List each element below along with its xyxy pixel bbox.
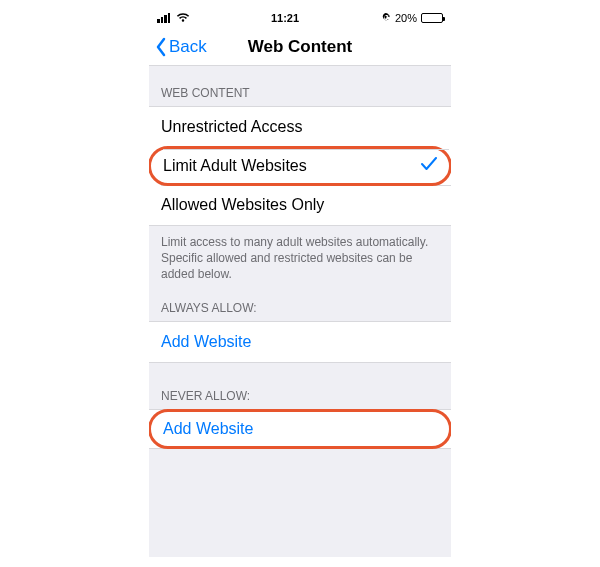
option-limit-adult-websites[interactable]: Limit Adult Websites <box>149 146 451 186</box>
section-footer: Limit access to many adult websites auto… <box>149 226 451 291</box>
option-allowed-websites-only[interactable]: Allowed Websites Only <box>149 185 451 225</box>
add-website-label: Add Website <box>163 420 253 438</box>
svg-rect-0 <box>385 15 387 18</box>
always-allow-list: Add Website <box>149 321 451 363</box>
battery-icon <box>421 13 443 23</box>
status-right: 20% <box>380 12 443 25</box>
add-website-never-allow[interactable]: Add Website <box>149 409 451 449</box>
section-header-never-allow: NEVER ALLOW: <box>149 379 451 409</box>
never-allow-list: Add Website <box>149 409 451 449</box>
status-left <box>157 13 190 23</box>
option-label: Limit Adult Websites <box>163 157 307 175</box>
add-website-always-allow[interactable]: Add Website <box>149 322 451 362</box>
page-title: Web Content <box>149 37 451 57</box>
web-content-options: Unrestricted Access Limit Adult Websites… <box>149 106 451 226</box>
empty-area <box>149 449 451 557</box>
cellular-signal-icon <box>157 13 170 23</box>
section-header-web-content: WEB CONTENT <box>149 66 451 106</box>
option-label: Unrestricted Access <box>161 118 302 136</box>
orientation-lock-icon <box>380 12 391 25</box>
wifi-icon <box>176 13 190 23</box>
add-website-label: Add Website <box>161 333 251 351</box>
status-time: 11:21 <box>271 12 299 24</box>
battery-percentage: 20% <box>395 12 417 24</box>
checkmark-icon <box>421 157 437 175</box>
status-bar: 11:21 20% <box>149 8 451 28</box>
nav-bar: Back Web Content <box>149 28 451 66</box>
settings-screen: 11:21 20% Back Web Content WEB CONTENT U… <box>149 8 451 557</box>
section-header-always-allow: ALWAYS ALLOW: <box>149 291 451 321</box>
option-unrestricted-access[interactable]: Unrestricted Access <box>149 107 451 147</box>
option-label: Allowed Websites Only <box>161 196 324 214</box>
